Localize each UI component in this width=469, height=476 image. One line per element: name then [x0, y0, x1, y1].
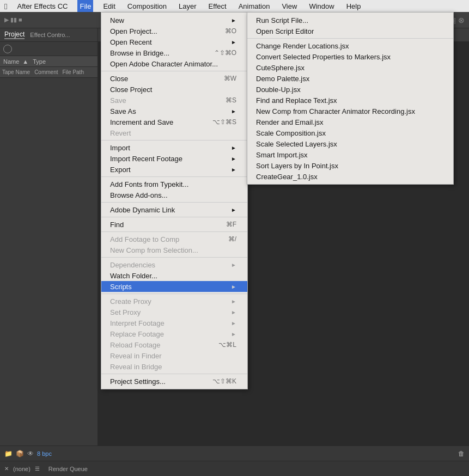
scripts-submenu: Run Script File... Open Script Editor Ch…	[247, 12, 454, 185]
menu-new-arrow: ►	[231, 17, 236, 23]
sep8	[101, 294, 247, 294]
menu-set-proxy-arrow: ►	[231, 309, 236, 315]
tape-name-col: Tape Name	[2, 69, 30, 75]
menu-scripts[interactable]: Scripts ►	[101, 281, 247, 292]
script-create-gear[interactable]: CreateGear_1.0.jsx	[247, 171, 453, 182]
app-menu-item[interactable]: After Effects CC	[15, 0, 70, 12]
project-bottom-bar: 📁 📦 👁 8 bpc 🗑	[0, 446, 469, 461]
animation-menu-item[interactable]: Animation	[236, 0, 272, 12]
menu-find-label: Find	[110, 221, 124, 229]
col-name-header: Name	[3, 58, 19, 65]
menu-find[interactable]: Find ⌘F	[101, 219, 247, 230]
menu-save-shortcut: ⌘S	[226, 96, 236, 104]
script-demo-palette[interactable]: Demo Palette.jsx	[247, 73, 453, 84]
menu-save-as[interactable]: Save As ►	[101, 106, 247, 117]
menu-scripts-label: Scripts	[110, 283, 132, 291]
menu-add-footage-comp: Add Footage to Comp ⌘/	[101, 234, 247, 245]
script-scale-comp[interactable]: Scale Composition.jsx	[247, 127, 453, 138]
timeline-close-icon[interactable]: ✕	[4, 466, 9, 472]
search-icon[interactable]	[3, 45, 12, 53]
menu-reload-footage: Reload Footage ⌥⌘L	[101, 339, 247, 350]
help-menu-item[interactable]: Help	[344, 0, 363, 12]
menu-adobe-dynamic-link[interactable]: Adobe Dynamic Link ►	[101, 204, 247, 215]
toolbar-icons: ▶ ▮▮ ■	[4, 16, 22, 23]
script-find-replace[interactable]: Find and Replace Text.jsx	[247, 95, 453, 106]
menu-add-fonts[interactable]: Add Fonts from Typekit...	[101, 179, 247, 190]
menu-open-recent[interactable]: Open Recent ►	[101, 36, 247, 47]
bpc-badge[interactable]: 8 bpc	[37, 450, 52, 457]
sep7	[101, 257, 247, 258]
script-cutesphere[interactable]: CuteSphere.jsx	[247, 62, 453, 73]
comment-col: Comment	[34, 69, 58, 75]
tab-project[interactable]: Project	[4, 30, 25, 39]
menu-watch-folder[interactable]: Watch Folder...	[101, 270, 247, 281]
submenu-run-script[interactable]: Run Script File...	[247, 15, 453, 26]
tape-columns-row: Tape Name Comment File Path	[0, 67, 98, 78]
script-find-replace-label: Find and Replace Text.jsx	[256, 96, 337, 105]
menu-open-animator[interactable]: Open Adobe Character Animator...	[101, 58, 247, 69]
menu-add-footage-comp-shortcut: ⌘/	[228, 235, 236, 243]
timeline-bar: ✕ (none) ☰ Render Queue	[0, 461, 469, 476]
menu-reload-footage-shortcut: ⌥⌘L	[218, 341, 236, 349]
script-new-comp-char[interactable]: New Comp from Character Animator Recordi…	[247, 106, 453, 117]
apple-menu[interactable]: 	[4, 2, 7, 11]
menu-close-project[interactable]: Close Project	[101, 84, 247, 95]
file-menu-item[interactable]: File	[77, 0, 93, 12]
sep4	[101, 202, 247, 203]
file-menu-dropdown: New ► Open Project... ⌘O Open Recent ► B…	[101, 12, 248, 389]
menu-close-label: Close	[110, 75, 128, 83]
project-panel-header: Project Effect Contro...	[0, 28, 98, 42]
menu-save-as-arrow: ►	[231, 108, 236, 114]
menu-interpret-footage-label: Interpret Footage	[110, 319, 165, 327]
menu-import-recent[interactable]: Import Recent Footage ►	[101, 153, 247, 164]
menu-dependencies: Dependencies ►	[101, 259, 247, 270]
menu-create-proxy-arrow: ►	[231, 298, 236, 304]
window-menu-item[interactable]: Window	[307, 0, 336, 12]
menu-new-comp-selection-label: New Comp from Selection...	[110, 246, 198, 254]
folder-icon: 📁	[4, 450, 13, 457]
menu-project-settings[interactable]: Project Settings... ⌥⇧⌘K	[101, 376, 247, 387]
edit-menu-item[interactable]: Edit	[101, 0, 117, 12]
new-item-icon[interactable]: 📦	[16, 450, 24, 457]
sort-arrow-icon: ▲	[22, 58, 28, 65]
script-double-up[interactable]: Double-Up.jsx	[247, 84, 453, 95]
search-bottom-icon[interactable]: 👁	[27, 450, 34, 457]
menu-browse-addons[interactable]: Browse Add-ons...	[101, 190, 247, 200]
menu-close[interactable]: Close ⌘W	[101, 73, 247, 84]
script-sort-layers[interactable]: Sort Layers by In Point.jsx	[247, 160, 453, 171]
composition-menu-item[interactable]: Composition	[125, 0, 169, 12]
menu-find-shortcut: ⌘F	[226, 221, 236, 228]
delete-icon[interactable]: 🗑	[458, 450, 465, 457]
sep5	[101, 217, 247, 217]
script-sort-layers-label: Sort Layers by In Point.jsx	[256, 162, 338, 170]
menu-export-arrow: ►	[231, 167, 236, 173]
script-render-email[interactable]: Render and Email.jsx	[247, 117, 453, 127]
menu-close-shortcut: ⌘W	[224, 75, 236, 82]
layer-menu-item[interactable]: Layer	[176, 0, 199, 12]
script-convert-selected[interactable]: Convert Selected Properties to Markers.j…	[247, 51, 453, 62]
menu-import[interactable]: Import ►	[101, 142, 247, 153]
menu-browse-bridge[interactable]: Browse in Bridge... ⌃⇧⌘O	[101, 47, 247, 58]
timeline-menu-icon[interactable]: ☰	[35, 466, 40, 472]
menu-replace-footage-label: Replace Footage	[110, 330, 164, 338]
sep2	[101, 140, 247, 141]
menu-open-recent-label: Open Recent	[110, 38, 152, 46]
tab-effect-controls[interactable]: Effect Contro...	[30, 32, 70, 38]
menu-increment-save[interactable]: Increment and Save ⌥⇧⌘S	[101, 117, 247, 127]
script-smart-import[interactable]: Smart Import.jsx	[247, 149, 453, 160]
script-change-render[interactable]: Change Render Locations.jsx	[247, 40, 453, 51]
project-panel: Project Effect Contro... Name ▲ Type Tap…	[0, 28, 98, 446]
submenu-open-editor[interactable]: Open Script Editor	[247, 26, 453, 36]
script-cutesphere-label: CuteSphere.jsx	[256, 64, 304, 72]
menu-open-project[interactable]: Open Project... ⌘O	[101, 26, 247, 36]
script-change-render-label: Change Render Locations.jsx	[256, 42, 349, 50]
script-demo-palette-label: Demo Palette.jsx	[256, 75, 309, 83]
menu-watch-folder-label: Watch Folder...	[110, 272, 157, 280]
menu-new[interactable]: New ►	[101, 15, 247, 26]
menu-export[interactable]: Export ►	[101, 164, 247, 175]
effect-menu-item[interactable]: Effect	[206, 0, 229, 12]
script-scale-layers[interactable]: Scale Selected Layers.jsx	[247, 138, 453, 149]
view-menu-item[interactable]: View	[279, 0, 299, 12]
sep3	[101, 176, 247, 177]
script-new-comp-char-label: New Comp from Character Animator Recordi…	[256, 107, 415, 115]
